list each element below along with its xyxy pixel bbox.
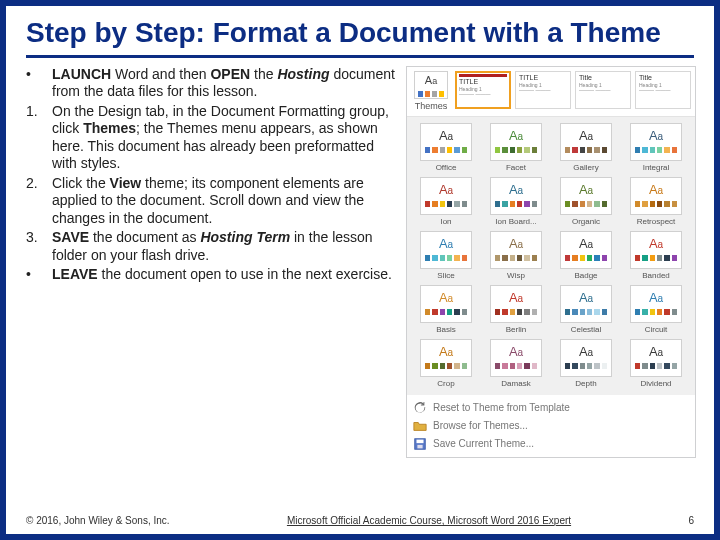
theme-cell[interactable]: AaCelestial xyxy=(553,285,619,335)
step-text: LEAVE the document open to use in the ne… xyxy=(52,266,392,284)
page-title: Step by Step: Format a Document with a T… xyxy=(26,18,694,49)
theme-cell[interactable]: AaCircuit xyxy=(623,285,689,335)
theme-name: Berlin xyxy=(483,325,549,335)
step-marker: • xyxy=(26,66,52,101)
theme-cell[interactable]: AaBasis xyxy=(413,285,479,335)
theme-cell[interactable]: AaBanded xyxy=(623,231,689,281)
step-marker: 3. xyxy=(26,229,52,264)
styleset-thumb[interactable]: TitleHeading 1——— ——— xyxy=(635,71,691,109)
reset-theme-item[interactable]: Reset to Theme from Template xyxy=(413,399,689,417)
theme-cell[interactable]: AaOrganic xyxy=(553,177,619,227)
reset-label: Reset to Theme from Template xyxy=(433,402,570,415)
folder-icon xyxy=(413,419,427,433)
theme-name: Badge xyxy=(553,271,619,281)
theme-name: Celestial xyxy=(553,325,619,335)
step-marker: 1. xyxy=(26,103,52,173)
theme-cell[interactable]: AaSlice xyxy=(413,231,479,281)
step-item: 1.On the Design tab, in the Document For… xyxy=(26,103,396,173)
svg-rect-1 xyxy=(417,440,424,444)
theme-cell[interactable]: AaWisp xyxy=(483,231,549,281)
step-item: •LEAVE the document open to use in the n… xyxy=(26,266,396,284)
step-marker: 2. xyxy=(26,175,52,228)
theme-name: Retrospect xyxy=(623,217,689,227)
theme-cell[interactable]: AaIntegral xyxy=(623,123,689,173)
steps-list: •LAUNCH Word and then OPEN the Hosting d… xyxy=(26,66,396,284)
themes-gallery: Aa Themes TITLEHeading 1——— ———TITLEHead… xyxy=(406,66,696,458)
styleset-thumb[interactable]: TITLEHeading 1——— ——— xyxy=(515,71,571,109)
save-icon xyxy=(413,437,427,451)
body: •LAUNCH Word and then OPEN the Hosting d… xyxy=(26,66,694,511)
step-text: Click the View theme; its component elem… xyxy=(52,175,396,228)
styleset-thumb[interactable]: TITLEHeading 1——— ——— xyxy=(455,71,511,109)
theme-cell[interactable]: AaDepth xyxy=(553,339,619,389)
styleset-thumb[interactable]: TitleHeading 1——— ——— xyxy=(575,71,631,109)
theme-cell[interactable]: AaBerlin xyxy=(483,285,549,335)
theme-cell[interactable]: AaDividend xyxy=(623,339,689,389)
theme-cell[interactable]: AaRetrospect xyxy=(623,177,689,227)
theme-name: Gallery xyxy=(553,163,619,173)
theme-name: Circuit xyxy=(623,325,689,335)
step-text: SAVE the document as Hosting Term in the… xyxy=(52,229,396,264)
theme-grid: AaOfficeAaFacetAaGalleryAaIntegralAaIonA… xyxy=(407,117,695,395)
theme-name: Wisp xyxy=(483,271,549,281)
save-theme-item[interactable]: Save Current Theme... xyxy=(413,435,689,453)
gallery-top-row: Aa Themes TITLEHeading 1——— ———TITLEHead… xyxy=(407,67,695,117)
themes-button-label: Themes xyxy=(415,101,448,111)
themes-dropdown-button[interactable]: Aa Themes xyxy=(407,67,455,116)
step-marker: • xyxy=(26,266,52,284)
step-text: On the Design tab, in the Document Forma… xyxy=(52,103,396,173)
themes-gallery-figure: Aa Themes TITLEHeading 1——— ———TITLEHead… xyxy=(406,66,696,511)
steps-column: •LAUNCH Word and then OPEN the Hosting d… xyxy=(26,66,396,511)
step-item: 3.SAVE the document as Hosting Term in t… xyxy=(26,229,396,264)
theme-name: Depth xyxy=(553,379,619,389)
theme-name: Damask xyxy=(483,379,549,389)
theme-name: Banded xyxy=(623,271,689,281)
step-item: •LAUNCH Word and then OPEN the Hosting d… xyxy=(26,66,396,101)
browse-label: Browse for Themes... xyxy=(433,420,528,433)
save-theme-label: Save Current Theme... xyxy=(433,438,534,451)
copyright: © 2016, John Wiley & Sons, Inc. xyxy=(26,515,170,526)
theme-name: Crop xyxy=(413,379,479,389)
footer: © 2016, John Wiley & Sons, Inc. Microsof… xyxy=(26,511,694,526)
theme-cell[interactable]: AaCrop xyxy=(413,339,479,389)
theme-cell[interactable]: AaGallery xyxy=(553,123,619,173)
svg-rect-2 xyxy=(417,445,422,449)
theme-cell[interactable]: AaIon xyxy=(413,177,479,227)
style-set-row: TITLEHeading 1——— ———TITLEHeading 1——— —… xyxy=(455,67,695,116)
browse-themes-item[interactable]: Browse for Themes... xyxy=(413,417,689,435)
theme-cell[interactable]: AaBadge xyxy=(553,231,619,281)
theme-cell[interactable]: AaOffice xyxy=(413,123,479,173)
course-name: Microsoft Official Academic Course, Micr… xyxy=(170,515,689,526)
theme-name: Office xyxy=(413,163,479,173)
theme-name: Organic xyxy=(553,217,619,227)
theme-name: Ion xyxy=(413,217,479,227)
step-text: LAUNCH Word and then OPEN the Hosting do… xyxy=(52,66,396,101)
step-item: 2.Click the View theme; its component el… xyxy=(26,175,396,228)
slide: Step by Step: Format a Document with a T… xyxy=(6,6,714,534)
theme-name: Basis xyxy=(413,325,479,335)
theme-name: Dividend xyxy=(623,379,689,389)
reset-icon xyxy=(413,401,427,415)
theme-cell[interactable]: AaIon Board... xyxy=(483,177,549,227)
page-number: 6 xyxy=(688,515,694,526)
theme-name: Ion Board... xyxy=(483,217,549,227)
theme-name: Slice xyxy=(413,271,479,281)
theme-name: Integral xyxy=(623,163,689,173)
title-rule xyxy=(26,55,694,58)
theme-cell[interactable]: AaFacet xyxy=(483,123,549,173)
theme-cell[interactable]: AaDamask xyxy=(483,339,549,389)
theme-name: Facet xyxy=(483,163,549,173)
gallery-footer: Reset to Theme from Template Browse for … xyxy=(407,395,695,457)
